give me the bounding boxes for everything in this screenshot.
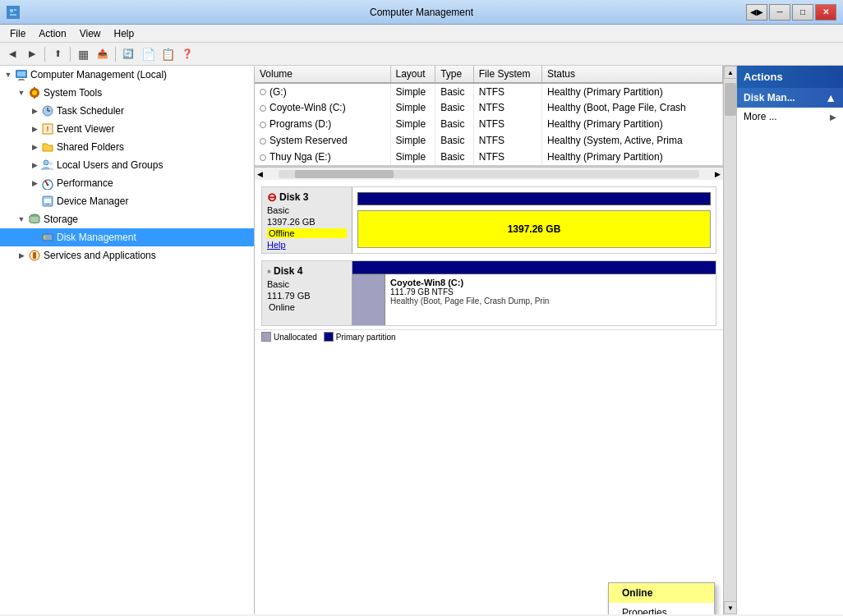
new-btn[interactable]: 📋 bbox=[159, 45, 177, 63]
help-btn[interactable]: ❓ bbox=[178, 45, 196, 63]
show-hide-btn[interactable]: ▦ bbox=[74, 45, 92, 63]
context-menu-online[interactable]: Online bbox=[609, 583, 714, 603]
scroll-track[interactable] bbox=[279, 170, 699, 178]
legend-primary-box bbox=[324, 332, 334, 342]
col-fs[interactable]: File System bbox=[473, 66, 541, 83]
tree-label-device: Device Manager bbox=[57, 195, 128, 207]
v-scroll-thumb[interactable] bbox=[725, 83, 736, 116]
table-row[interactable]: Programs (D:) Simple Basic NTFS Healthy … bbox=[255, 116, 723, 132]
close-button[interactable]: ✕ bbox=[815, 4, 836, 21]
tree-label-event: Event Viewer bbox=[57, 123, 114, 135]
menu-view[interactable]: View bbox=[73, 26, 108, 41]
tree-item-system-tools[interactable]: ▼ System Tools bbox=[0, 84, 254, 102]
properties-btn[interactable]: 📄 bbox=[139, 45, 157, 63]
disk-3-bar-top bbox=[357, 192, 711, 205]
col-volume[interactable]: Volume bbox=[255, 66, 390, 83]
svg-point-27 bbox=[44, 237, 46, 239]
svg-rect-3 bbox=[10, 14, 16, 16]
content-area: Volume Layout Type File System Status (G… bbox=[255, 66, 723, 614]
menu-action[interactable]: Action bbox=[32, 26, 72, 41]
export-btn[interactable]: 📤 bbox=[94, 45, 112, 63]
legend-unalloc-label: Unallocated bbox=[274, 333, 317, 342]
maximize-button[interactable]: □ bbox=[792, 4, 813, 21]
disk-4-partitions: Coyote-Win8 (C:) 111.79 GB NTFS Healthy … bbox=[352, 261, 716, 325]
expand-icon-perf: ▶ bbox=[28, 179, 41, 187]
expand-icon-disk bbox=[28, 233, 41, 241]
table-row[interactable]: Thuy Nga (E:) Simple Basic NTFS Healthy … bbox=[255, 149, 723, 165]
refresh-btn[interactable]: 🔄 bbox=[119, 45, 137, 63]
menu-bar: File Action View Help bbox=[0, 25, 843, 43]
toolbar: ◀ ▶ ⬆ ▦ 📤 🔄 📄 📋 ❓ bbox=[0, 43, 843, 66]
nav-arrows-btn[interactable]: ◀▶ bbox=[746, 4, 767, 21]
tree-item-services[interactable]: ▶ Services and Applications bbox=[0, 246, 254, 264]
scroll-left-btn[interactable]: ◀ bbox=[255, 170, 265, 178]
title-bar: Computer Management ◀▶ ─ □ ✕ bbox=[0, 0, 843, 25]
svg-rect-24 bbox=[46, 204, 49, 205]
col-layout[interactable]: Layout bbox=[390, 66, 435, 83]
disk-3-type: Basic bbox=[267, 205, 347, 215]
tree-item-local-users[interactable]: ▶ Local Users and Groups bbox=[0, 156, 254, 174]
context-menu-properties[interactable]: Properties bbox=[609, 603, 714, 614]
tree-label-system-tools: System Tools bbox=[44, 87, 102, 99]
table-row[interactable]: Coyote-Win8 (C:) Simple Basic NTFS Healt… bbox=[255, 99, 723, 116]
disk-4-size: 111.79 GB bbox=[267, 291, 347, 301]
col-status[interactable]: Status bbox=[541, 66, 722, 83]
tree-item-performance[interactable]: ▶ Performance bbox=[0, 174, 254, 192]
cell-type: Basic bbox=[435, 149, 474, 165]
actions-more-item[interactable]: More ... ▶ bbox=[737, 108, 843, 126]
tree-item-event-viewer[interactable]: ▶ ! Event Viewer bbox=[0, 120, 254, 138]
cell-fs: NTFS bbox=[473, 132, 541, 149]
tree-label-shared: Shared Folders bbox=[57, 141, 124, 153]
table-row[interactable]: System Reserved Simple Basic NTFS Health… bbox=[255, 132, 723, 149]
tree-item-device-manager[interactable]: Device Manager bbox=[0, 192, 254, 210]
legend-row: Unallocated Primary partition bbox=[255, 329, 723, 343]
tree-item-task-scheduler[interactable]: ▶ Task Scheduler bbox=[0, 102, 254, 120]
scroll-right-btn[interactable]: ▶ bbox=[712, 170, 723, 178]
minimize-button[interactable]: ─ bbox=[769, 4, 790, 21]
actions-panel: Actions Disk Man... ▲ More ... ▶ bbox=[736, 66, 843, 614]
svg-rect-29 bbox=[33, 252, 36, 259]
col-type[interactable]: Type bbox=[435, 66, 474, 83]
scroll-down-btn[interactable]: ▼ bbox=[724, 601, 737, 614]
vertical-scrollbar[interactable]: ▲ ▼ bbox=[723, 66, 736, 614]
v-scroll-track[interactable] bbox=[724, 79, 736, 601]
tree-item-computer-management[interactable]: ▼ Computer Management (Local) bbox=[0, 66, 254, 84]
disk-3-help[interactable]: Help bbox=[267, 240, 347, 250]
scroll-thumb[interactable] bbox=[295, 170, 394, 178]
services-icon bbox=[28, 249, 41, 262]
svg-point-9 bbox=[32, 90, 37, 95]
scroll-up-btn[interactable]: ▲ bbox=[724, 66, 737, 79]
actions-header: Actions bbox=[737, 66, 843, 88]
device-icon bbox=[41, 195, 54, 208]
cell-volume: System Reserved bbox=[255, 132, 390, 149]
tree-item-shared-folders[interactable]: ▶ Shared Folders bbox=[0, 138, 254, 156]
cell-type: Basic bbox=[435, 83, 474, 99]
tree-label-task: Task Scheduler bbox=[57, 105, 124, 117]
svg-point-21 bbox=[47, 184, 49, 186]
app-icon bbox=[7, 6, 20, 19]
svg-point-18 bbox=[49, 162, 53, 165]
svg-rect-6 bbox=[19, 79, 24, 80]
back-button[interactable]: ◀ bbox=[3, 45, 21, 63]
computer-icon bbox=[15, 68, 28, 81]
event-icon: ! bbox=[41, 122, 54, 136]
cell-fs: NTFS bbox=[473, 149, 541, 165]
context-menu-online-label: Online bbox=[622, 587, 652, 599]
horizontal-scrollbar[interactable]: ◀ ▶ bbox=[255, 167, 723, 180]
tree-item-disk-management[interactable]: Disk Management bbox=[0, 228, 254, 246]
storage-icon bbox=[28, 213, 41, 226]
tree-item-storage[interactable]: ▼ Storage bbox=[0, 210, 254, 228]
cell-volume: (G:) bbox=[255, 83, 390, 99]
cell-type: Basic bbox=[435, 99, 474, 116]
window-controls: ◀▶ ─ □ ✕ bbox=[746, 4, 836, 21]
disk-3-partitions: 1397.26 GB bbox=[352, 187, 716, 253]
users-icon bbox=[41, 159, 54, 172]
cell-status: Healthy (Boot, Page File, Crash bbox=[541, 99, 722, 116]
up-button[interactable]: ⬆ bbox=[48, 45, 67, 63]
forward-button[interactable]: ▶ bbox=[23, 45, 41, 63]
table-row[interactable]: (G:) Simple Basic NTFS Healthy (Primary … bbox=[255, 83, 723, 99]
menu-help[interactable]: Help bbox=[108, 26, 141, 41]
disk-3-status[interactable]: Offline bbox=[267, 228, 347, 238]
actions-more-arrow: ▶ bbox=[830, 113, 836, 122]
menu-file[interactable]: File bbox=[3, 26, 32, 41]
